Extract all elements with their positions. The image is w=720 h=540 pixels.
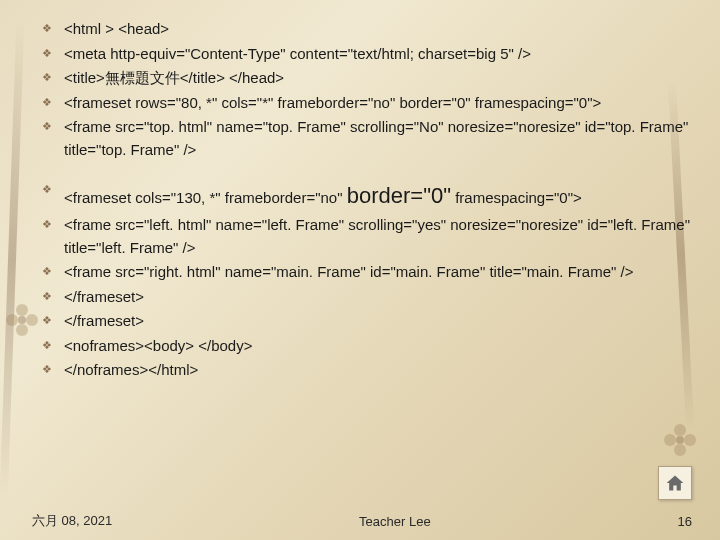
list-item: <frameset cols="130, *" frameborder="no"… [42,179,690,212]
home-button[interactable] [658,466,692,500]
list-item: <frame src="right. html" name="main. Fra… [42,261,690,284]
code-text: <html > <head> [64,20,169,37]
list-item: <frame src="left. html" name="left. Fram… [42,214,690,259]
code-text: <meta http-equiv="Content-Type" content=… [64,45,531,62]
code-text: <frame src="right. html" name="main. Fra… [64,263,633,280]
list-item: </frameset> [42,310,690,333]
code-text: <frame src="top. html" name="top. Frame"… [64,118,688,158]
code-text-emphasis: border="0" [347,183,451,208]
list-item: <title>無標題文件</title> </head> [42,67,690,90]
code-text: <frameset cols="130, *" frameborder="no" [64,189,347,206]
list-item: <meta http-equiv="Content-Type" content=… [42,43,690,66]
house-icon [665,473,685,493]
footer-page: 16 [678,514,692,529]
code-text: <frameset rows="80, *" cols="*" framebor… [64,94,601,111]
list-item: </frameset> [42,286,690,309]
list-item: <frameset rows="80, *" cols="*" framebor… [42,92,690,115]
code-text: framespacing="0"> [451,189,582,206]
code-list-group1: <html > <head> <meta http-equiv="Content… [42,18,690,161]
slide-content: <html > <head> <meta http-equiv="Content… [0,0,720,500]
footer-author: Teacher Lee [359,514,431,529]
code-text: <noframes><body> </body> [64,337,252,354]
code-text: </frameset> [64,312,144,329]
code-list-group2: <frameset cols="130, *" frameborder="no"… [42,179,690,382]
list-item: <noframes><body> </body> [42,335,690,358]
slide-footer: 六月 08, 2021 Teacher Lee 16 [0,512,720,530]
code-text: </noframes></html> [64,361,198,378]
footer-date: 六月 08, 2021 [32,512,112,530]
code-text: <title>無標題文件</title> </head> [64,69,284,86]
code-text: </frameset> [64,288,144,305]
list-item: </noframes></html> [42,359,690,382]
list-item: <html > <head> [42,18,690,41]
list-item: <frame src="top. html" name="top. Frame"… [42,116,690,161]
code-text: <frame src="left. html" name="left. Fram… [64,216,690,256]
